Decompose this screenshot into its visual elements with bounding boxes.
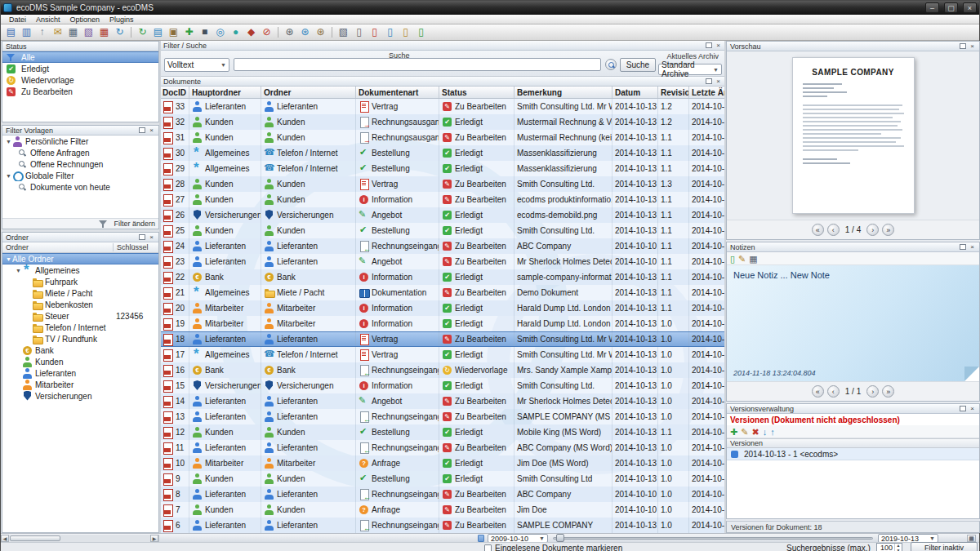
add-user-icon[interactable]: ✚ xyxy=(182,25,196,39)
email-icon[interactable]: ✉ xyxy=(51,25,65,39)
calendar-icon[interactable]: ▦ xyxy=(97,25,111,39)
table-icon[interactable]: ▤ xyxy=(151,25,165,39)
version-item[interactable]: 2014-10-13 - 1 <ecodms> xyxy=(727,448,979,460)
folder-item-nebenkosten[interactable]: Nebenkosten xyxy=(2,299,158,310)
preview-icon[interactable]: ◎ xyxy=(213,25,227,39)
column-header-revision[interactable]: Revision xyxy=(658,87,689,98)
save-icon[interactable]: ▤ xyxy=(4,25,18,39)
table-row[interactable]: 32KundenKundenRechnungsausgangErledigtMu… xyxy=(160,114,725,130)
folder-item-fuhrpark[interactable]: Fuhrpark xyxy=(2,276,158,287)
new-note-icon[interactable]: ▯ xyxy=(730,253,735,264)
folder-item-bank[interactable]: Bank xyxy=(2,344,158,356)
user-settings-icon[interactable]: ⊛ xyxy=(298,25,312,39)
search-mode-dropdown[interactable]: Volltext ▼ xyxy=(164,58,229,72)
column-header-hauptordner[interactable]: Hauptordner xyxy=(189,87,261,98)
table-row[interactable]: 17AllgemeinesTelefon / InternetVertragEr… xyxy=(160,347,725,362)
splitter[interactable] xyxy=(724,41,726,533)
search-input[interactable] xyxy=(234,58,601,71)
folder-item-alle-ordner[interactable]: ▼Alle Ordner xyxy=(2,253,158,264)
filter-item-dokumente-von-heute[interactable]: Dokumente von heute xyxy=(2,181,158,193)
float-panel-icon[interactable] xyxy=(960,244,966,250)
word-document-icon[interactable]: ▯ xyxy=(383,25,397,39)
table-row[interactable]: 27KundenKundenInformationZu Bearbeitenec… xyxy=(160,192,725,207)
table-row[interactable]: 6LieferantenLieferantenRechnungseingangZ… xyxy=(160,518,725,533)
print-icon[interactable]: ▦ xyxy=(66,25,80,39)
column-header-docid[interactable]: DocID xyxy=(160,87,189,98)
float-panel-icon[interactable] xyxy=(139,127,145,133)
expander-icon[interactable]: ▼ xyxy=(5,256,12,262)
table-row[interactable]: 13LieferantenLieferantenRechnungseingang… xyxy=(160,409,725,424)
expander-icon[interactable]: ▼ xyxy=(5,173,12,179)
table-row[interactable]: 12KundenKundenBestellungErledigtMobile K… xyxy=(160,424,725,440)
menu-item-plugins[interactable]: Plugins xyxy=(105,16,139,24)
folder-item-allgemeines[interactable]: ▼Allgemeines xyxy=(2,264,158,276)
table-row[interactable]: 15VersicherungenVersicherungenInformatio… xyxy=(160,378,725,393)
table-row[interactable]: 19MitarbeiterMitarbeiterInformationErled… xyxy=(160,316,725,331)
menu-item-ansicht[interactable]: Ansicht xyxy=(31,16,65,24)
scan-icon[interactable]: ▧ xyxy=(82,25,96,39)
filter-item-offene-rechnungen[interactable]: Offene Rechnungen xyxy=(2,158,158,170)
folder-item-tv-rundfunk[interactable]: TV / Rundfunk xyxy=(2,333,158,344)
menu-item-optionen[interactable]: Optionen xyxy=(65,16,105,24)
notes-last-page-button[interactable]: » xyxy=(882,385,894,398)
column-header-letzte-nderung[interactable]: Letzte Änderung xyxy=(689,87,725,98)
edit-version-icon[interactable]: ✎ xyxy=(741,426,748,438)
table-row[interactable]: 10MitarbeiterMitarbeiterAnfrageErledigtJ… xyxy=(160,455,725,471)
download-version-icon[interactable]: ↓ xyxy=(763,426,768,438)
notes-next-page-button[interactable]: › xyxy=(866,385,879,398)
status-item-wiedervorlage[interactable]: Wiedervorlage xyxy=(2,74,158,86)
filter-item-offene-anfragen[interactable]: Offene Anfragen xyxy=(2,147,158,158)
print-note-icon[interactable]: ▦ xyxy=(749,253,757,264)
column-header-ordner[interactable]: Ordner xyxy=(261,87,356,98)
table-row[interactable]: 24LieferantenLieferantenRechnungseingang… xyxy=(160,238,725,254)
table-row[interactable]: 9KundenKundenBestellungErledigtSmith Con… xyxy=(160,471,725,487)
range-slider-handle[interactable] xyxy=(478,535,484,542)
float-panel-icon[interactable] xyxy=(960,406,966,411)
column-header-datum[interactable]: Datum xyxy=(612,87,658,98)
column-header-bemerkung[interactable]: Bemerkung xyxy=(514,87,612,98)
expander-icon[interactable]: ▼ xyxy=(5,139,12,144)
note-area[interactable]: Neue Notiz ... New Note 2014-11-18 13:24… xyxy=(727,265,979,381)
search-button[interactable]: Suche xyxy=(620,58,656,72)
date-slider-handle[interactable] xyxy=(556,534,564,542)
table-row[interactable]: 22BankBankInformationErledigtsample-comp… xyxy=(160,269,725,285)
close-panel-icon[interactable]: × xyxy=(969,405,976,412)
preview-page[interactable]: SAMPLE COMPANY xyxy=(792,57,915,214)
system-settings-icon[interactable]: ⊛ xyxy=(314,25,327,39)
add-version-icon[interactable]: ✚ xyxy=(730,426,737,438)
delete-version-icon[interactable]: ✖ xyxy=(751,426,759,438)
preview-next-page-button[interactable]: › xyxy=(866,224,879,236)
folder-item-versicherungen[interactable]: Versicherungen xyxy=(2,390,158,402)
column-header-ordner[interactable]: Ordner xyxy=(2,243,113,251)
table-row[interactable]: 23LieferantenLieferantenAngebotZu Bearbe… xyxy=(160,254,725,269)
save-all-icon[interactable]: ▥ xyxy=(20,25,33,39)
folder-item-steuer[interactable]: Steuer123456 xyxy=(2,310,158,322)
scrollbar-thumb[interactable] xyxy=(10,535,60,541)
search-icon[interactable] xyxy=(605,59,617,70)
notes-first-page-button[interactable]: « xyxy=(812,385,824,398)
float-panel-icon[interactable] xyxy=(139,234,145,240)
status-item-erledigt[interactable]: Erledigt xyxy=(2,63,158,74)
template-document-icon[interactable]: ▯ xyxy=(414,25,428,39)
table-row[interactable]: 30AllgemeinesTelefon / InternetBestellun… xyxy=(160,145,725,161)
table-row[interactable]: 33LieferantenLieferantenVertragZu Bearbe… xyxy=(160,99,725,114)
sidebar-horizontal-scrollbar[interactable]: ◀ ▶ xyxy=(1,535,159,542)
table-row[interactable]: 31KundenKundenRechnungsausgangZu Bearbei… xyxy=(160,130,725,145)
spinner-arrows-icon[interactable]: ▲▼ xyxy=(894,544,902,551)
date-slider-track[interactable] xyxy=(553,537,873,540)
clipboard-icon[interactable]: ▧ xyxy=(336,25,350,39)
column-header-dokumentenart[interactable]: Dokumentenart xyxy=(356,87,439,98)
notes-prev-page-button[interactable]: ‹ xyxy=(827,385,840,398)
filter-group-pers-nliche-filter[interactable]: ▼Persönliche Filter xyxy=(2,136,158,147)
minimize-button[interactable]: – xyxy=(925,2,939,13)
close-panel-icon[interactable]: × xyxy=(148,127,155,134)
pin-icon[interactable]: ◆ xyxy=(244,25,258,39)
table-row[interactable]: 28KundenKundenVertragZu BearbeitenSmith … xyxy=(160,176,725,192)
table-row[interactable]: 11LieferantenLieferantenRechnungseingang… xyxy=(160,440,725,455)
menu-item-datei[interactable]: Datei xyxy=(4,16,31,24)
globe-icon[interactable]: ● xyxy=(229,25,243,39)
preview-first-page-button[interactable]: « xyxy=(812,224,824,236)
folder-item-lieferanten[interactable]: Lieferanten xyxy=(2,367,158,379)
expander-icon[interactable]: ▼ xyxy=(15,268,22,273)
scroll-left-icon[interactable]: ◀ xyxy=(1,535,9,542)
